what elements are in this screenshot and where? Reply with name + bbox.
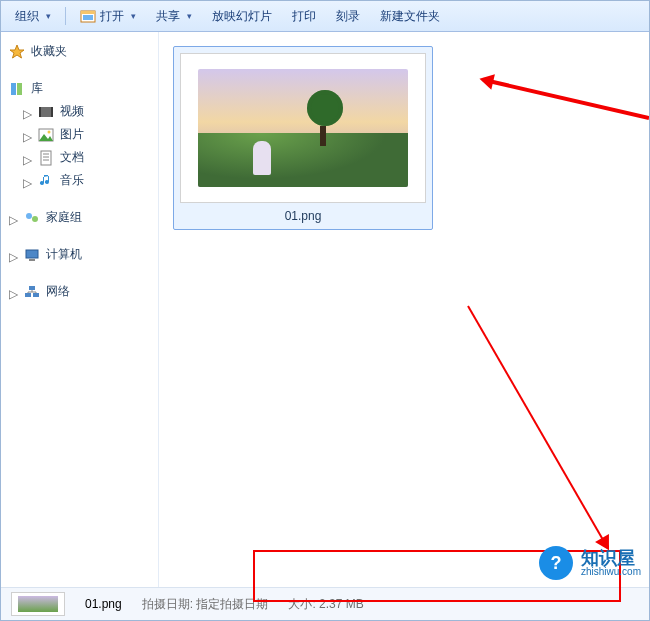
print-label: 打印 <box>292 8 316 25</box>
expand-icon[interactable]: ▷ <box>9 250 18 259</box>
svg-rect-18 <box>26 250 38 258</box>
open-icon <box>80 8 96 24</box>
network-icon <box>24 284 40 300</box>
organize-label: 组织 <box>15 8 39 25</box>
slideshow-button[interactable]: 放映幻灯片 <box>204 5 280 28</box>
expand-icon[interactable]: ▷ <box>9 287 18 296</box>
details-thumbnail <box>11 592 65 616</box>
favorites-header[interactable]: 收藏夹 <box>5 40 154 63</box>
network-group: ▷ 网络 <box>5 280 154 303</box>
svg-rect-6 <box>39 107 53 117</box>
body: 收藏夹 库 ▷ 视频 ▷ 图片 ▷ <box>1 32 649 589</box>
library-item-pictures[interactable]: ▷ 图片 <box>5 123 154 146</box>
expand-icon[interactable]: ▷ <box>9 213 18 222</box>
pictures-icon <box>38 127 54 143</box>
toolbar-separator <box>65 7 66 25</box>
svg-rect-12 <box>41 151 51 165</box>
open-button[interactable]: 打开 <box>72 5 144 28</box>
favorites-group: 收藏夹 <box>5 40 154 63</box>
expand-icon[interactable]: ▷ <box>23 153 32 162</box>
svg-marker-3 <box>10 45 24 58</box>
svg-rect-19 <box>29 259 35 261</box>
watermark-url: zhishiwu.com <box>581 567 641 577</box>
thumbnail-frame <box>180 53 426 203</box>
svg-rect-2 <box>83 15 93 20</box>
print-button[interactable]: 打印 <box>284 5 324 28</box>
organize-button[interactable]: 组织 <box>7 5 59 28</box>
slideshow-label: 放映幻灯片 <box>212 8 272 25</box>
svg-point-16 <box>26 213 32 219</box>
expand-icon[interactable]: ▷ <box>23 130 32 139</box>
library-item-video[interactable]: ▷ 视频 <box>5 100 154 123</box>
svg-rect-1 <box>81 11 95 14</box>
details-file-name: 01.png <box>85 597 122 611</box>
favorites-label: 收藏夹 <box>31 43 67 60</box>
svg-point-11 <box>48 130 51 133</box>
svg-rect-22 <box>29 286 35 290</box>
watermark-title: 知识屋 <box>581 549 641 567</box>
video-icon <box>38 104 54 120</box>
library-documents-label: 文档 <box>60 149 84 166</box>
details-date-label: 拍摄日期: <box>142 597 193 611</box>
libraries-group: 库 ▷ 视频 ▷ 图片 ▷ 文档 ▷ <box>5 77 154 192</box>
computer-group: ▷ 计算机 <box>5 243 154 266</box>
library-music-label: 音乐 <box>60 172 84 189</box>
library-video-label: 视频 <box>60 103 84 120</box>
svg-point-17 <box>32 216 38 222</box>
share-button[interactable]: 共享 <box>148 5 200 28</box>
file-list[interactable]: 01.png <box>159 32 649 589</box>
music-icon <box>38 173 54 189</box>
library-item-documents[interactable]: ▷ 文档 <box>5 146 154 169</box>
image-preview <box>198 69 408 187</box>
svg-rect-4 <box>11 83 16 95</box>
svg-rect-21 <box>33 293 39 297</box>
file-thumbnail-selected[interactable]: 01.png <box>173 46 433 230</box>
burn-button[interactable]: 刻录 <box>328 5 368 28</box>
library-pictures-label: 图片 <box>60 126 84 143</box>
explorer-window: 组织 打开 共享 放映幻灯片 打印 刻录 新建文件夹 收藏夹 <box>0 0 650 621</box>
watermark: ? 知识屋 zhishiwu.com <box>539 546 641 580</box>
svg-rect-5 <box>17 83 22 95</box>
homegroup-header[interactable]: ▷ 家庭组 <box>5 206 154 229</box>
expand-icon[interactable]: ▷ <box>23 107 32 116</box>
navigation-pane: 收藏夹 库 ▷ 视频 ▷ 图片 ▷ <box>1 32 159 589</box>
computer-icon <box>24 247 40 263</box>
libraries-label: 库 <box>31 80 43 97</box>
details-date: 拍摄日期: 指定拍摄日期 <box>142 596 269 613</box>
computer-header[interactable]: ▷ 计算机 <box>5 243 154 266</box>
homegroup-label: 家庭组 <box>46 209 82 226</box>
homegroup-icon <box>24 210 40 226</box>
share-label: 共享 <box>156 8 180 25</box>
watermark-badge-icon: ? <box>539 546 573 580</box>
documents-icon <box>38 150 54 166</box>
library-item-music[interactable]: ▷ 音乐 <box>5 169 154 192</box>
svg-rect-8 <box>51 107 53 117</box>
burn-label: 刻录 <box>336 8 360 25</box>
open-label: 打开 <box>100 8 124 25</box>
toolbar: 组织 打开 共享 放映幻灯片 打印 刻录 新建文件夹 <box>1 1 649 32</box>
computer-label: 计算机 <box>46 246 82 263</box>
network-header[interactable]: ▷ 网络 <box>5 280 154 303</box>
expand-icon[interactable]: ▷ <box>23 176 32 185</box>
libraries-icon <box>9 81 25 97</box>
homegroup-group: ▷ 家庭组 <box>5 206 154 229</box>
network-label: 网络 <box>46 283 70 300</box>
file-name-label: 01.png <box>180 203 426 225</box>
new-folder-label: 新建文件夹 <box>380 8 440 25</box>
libraries-header[interactable]: 库 <box>5 77 154 100</box>
svg-rect-20 <box>25 293 31 297</box>
svg-rect-7 <box>39 107 41 117</box>
new-folder-button[interactable]: 新建文件夹 <box>372 5 448 28</box>
star-icon <box>9 44 25 60</box>
